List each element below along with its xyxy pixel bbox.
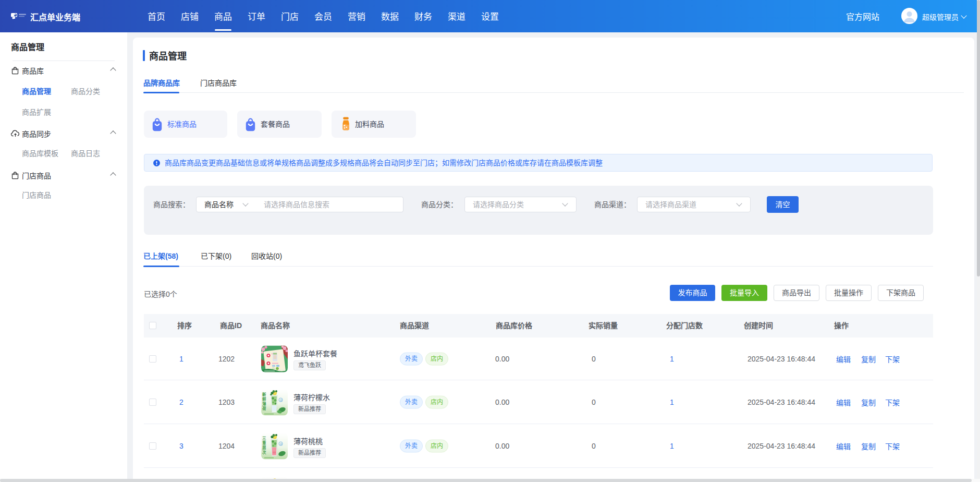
svg-text:微: 微 — [280, 442, 283, 446]
svg-text:薄: 薄 — [262, 401, 266, 406]
svg-text:三: 三 — [262, 436, 266, 440]
svg-text:微: 微 — [280, 399, 283, 402]
svg-text:层: 层 — [262, 445, 266, 450]
svg-text:新: 新 — [262, 391, 266, 396]
svg-text:鲜: 鲜 — [262, 396, 266, 401]
svg-text:重: 重 — [262, 440, 266, 445]
svg-text:荷: 荷 — [262, 405, 266, 411]
svg-text:次: 次 — [262, 449, 266, 454]
